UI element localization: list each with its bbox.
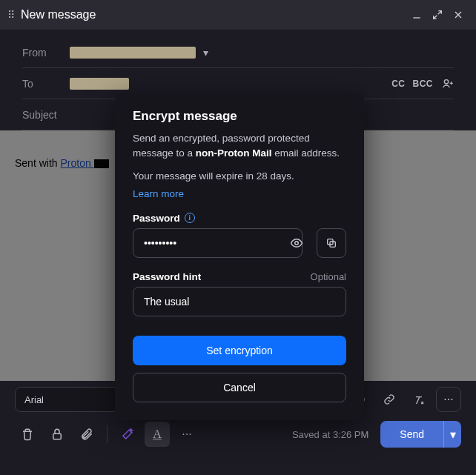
set-encryption-button[interactable]: Set encryption (133, 336, 346, 365)
delete-icon[interactable] (15, 422, 40, 447)
from-value-redacted (70, 47, 196, 59)
text-color-icon[interactable]: A (145, 422, 170, 447)
optional-label: Optional (311, 271, 346, 282)
bottom-more-icon[interactable]: ··· (174, 422, 199, 447)
lock-icon[interactable] (44, 422, 70, 447)
cc-button[interactable]: CC (391, 79, 405, 89)
drag-handle-icon[interactable]: ⠿ (7, 9, 15, 21)
from-label: From (22, 47, 70, 59)
bcc-button[interactable]: BCC (413, 79, 434, 89)
expand-button[interactable] (427, 4, 448, 25)
send-options-button[interactable]: ▾ (443, 421, 461, 448)
clear-format-icon[interactable] (406, 387, 432, 412)
hint-input[interactable] (133, 287, 346, 316)
cancel-button[interactable]: Cancel (133, 373, 346, 402)
subject-placeholder: Subject (22, 109, 70, 121)
password-label: Password i (133, 213, 346, 224)
svg-point-3 (295, 241, 299, 245)
to-value-redacted (70, 78, 129, 90)
attachment-icon[interactable] (74, 422, 99, 447)
add-contact-icon[interactable] (442, 78, 454, 90)
copy-password-button[interactable] (317, 228, 346, 258)
to-label: To (22, 78, 70, 90)
window-title: New message (21, 8, 96, 21)
magic-wand-icon[interactable] (115, 422, 140, 447)
send-group: Send ▾ (380, 421, 461, 448)
from-row: From ▾ (22, 37, 454, 68)
from-chevron-down-icon[interactable]: ▾ (203, 47, 208, 59)
modal-expire: Your message will expire in 28 days. (133, 169, 346, 184)
learn-more-link[interactable]: Learn more (133, 188, 346, 199)
saved-status: Saved at 3:26 PM (292, 429, 368, 440)
format-more-button[interactable]: ··· (436, 387, 461, 412)
encrypt-modal: Encrypt message Send an encrypted, passw… (115, 93, 364, 420)
modal-description: Send an encrypted, password protected me… (133, 131, 346, 160)
hint-label: Password hint Optional (133, 271, 346, 282)
info-icon[interactable]: i (185, 213, 195, 223)
svg-rect-2 (53, 434, 62, 439)
svg-point-1 (444, 79, 448, 83)
close-button[interactable] (448, 4, 469, 25)
link-icon[interactable] (377, 387, 402, 412)
minimize-button[interactable] (406, 4, 427, 25)
titlebar: ⠿ New message (0, 0, 476, 30)
send-button[interactable]: Send (380, 421, 443, 448)
modal-title: Encrypt message (133, 109, 346, 124)
password-input[interactable] (133, 228, 303, 258)
font-select-value: Arial (24, 394, 44, 405)
reveal-password-icon[interactable] (290, 236, 303, 250)
